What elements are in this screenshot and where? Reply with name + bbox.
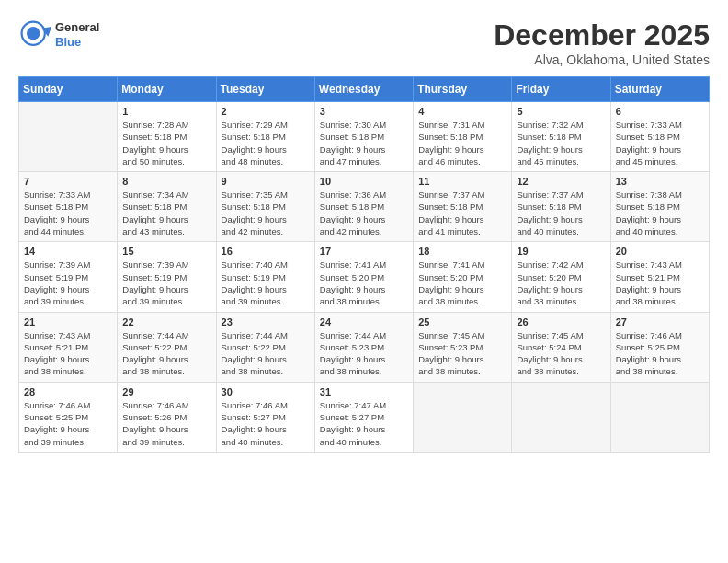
day-info: Sunrise: 7:37 AM Sunset: 5:18 PM Dayligh…	[517, 189, 605, 237]
calendar-cell: 1Sunrise: 7:28 AM Sunset: 5:18 PM Daylig…	[118, 102, 216, 172]
calendar-week-row: 28Sunrise: 7:46 AM Sunset: 5:25 PM Dayli…	[19, 382, 710, 452]
title-block: December 2025 Alva, Oklahoma, United Sta…	[494, 18, 710, 67]
calendar-cell: 16Sunrise: 7:40 AM Sunset: 5:19 PM Dayli…	[216, 242, 314, 312]
calendar-cell: 14Sunrise: 7:39 AM Sunset: 5:19 PM Dayli…	[19, 242, 118, 312]
weekday-header: Saturday	[610, 77, 709, 102]
day-number: 12	[517, 176, 605, 187]
calendar-cell: 9Sunrise: 7:35 AM Sunset: 5:18 PM Daylig…	[216, 172, 314, 242]
day-info: Sunrise: 7:44 AM Sunset: 5:23 PM Dayligh…	[320, 329, 408, 378]
calendar-cell: 13Sunrise: 7:38 AM Sunset: 5:18 PM Dayli…	[610, 172, 709, 242]
day-info: Sunrise: 7:43 AM Sunset: 5:21 PM Dayligh…	[24, 329, 112, 378]
calendar-cell: 22Sunrise: 7:44 AM Sunset: 5:22 PM Dayli…	[118, 312, 216, 382]
calendar-cell	[610, 382, 709, 452]
calendar-cell: 23Sunrise: 7:44 AM Sunset: 5:22 PM Dayli…	[216, 312, 314, 382]
calendar-cell: 7Sunrise: 7:33 AM Sunset: 5:18 PM Daylig…	[19, 172, 118, 242]
day-number: 23	[222, 316, 310, 327]
day-info: Sunrise: 7:41 AM Sunset: 5:20 PM Dayligh…	[320, 259, 408, 307]
day-number: 20	[616, 246, 704, 257]
day-info: Sunrise: 7:39 AM Sunset: 5:19 PM Dayligh…	[24, 259, 112, 307]
calendar-table: SundayMondayTuesdayWednesdayThursdayFrid…	[18, 76, 710, 453]
weekday-header: Thursday	[414, 77, 512, 102]
day-number: 7	[24, 176, 112, 187]
day-number: 30	[222, 386, 310, 397]
day-info: Sunrise: 7:45 AM Sunset: 5:23 PM Dayligh…	[418, 329, 506, 378]
logo-blue: Blue	[55, 35, 99, 50]
calendar-cell: 17Sunrise: 7:41 AM Sunset: 5:20 PM Dayli…	[314, 242, 413, 312]
day-number: 19	[517, 246, 605, 257]
calendar-cell: 26Sunrise: 7:45 AM Sunset: 5:24 PM Dayli…	[512, 312, 610, 382]
calendar-week-row: 21Sunrise: 7:43 AM Sunset: 5:21 PM Dayli…	[19, 312, 710, 382]
svg-point-1	[27, 27, 40, 40]
day-number: 27	[616, 316, 704, 327]
svg-marker-2	[41, 27, 51, 37]
day-number: 16	[222, 246, 310, 257]
day-info: Sunrise: 7:46 AM Sunset: 5:25 PM Dayligh…	[24, 399, 112, 448]
day-number: 5	[517, 106, 605, 117]
logo-icon	[18, 18, 51, 52]
day-number: 31	[320, 386, 408, 397]
day-info: Sunrise: 7:28 AM Sunset: 5:18 PM Dayligh…	[122, 119, 210, 167]
day-info: Sunrise: 7:46 AM Sunset: 5:27 PM Dayligh…	[222, 399, 310, 448]
calendar-cell: 30Sunrise: 7:46 AM Sunset: 5:27 PM Dayli…	[216, 382, 314, 452]
day-number: 17	[320, 246, 408, 257]
calendar-week-row: 1Sunrise: 7:28 AM Sunset: 5:18 PM Daylig…	[19, 102, 710, 172]
weekday-header: Tuesday	[216, 77, 314, 102]
calendar-cell: 31Sunrise: 7:47 AM Sunset: 5:27 PM Dayli…	[314, 382, 413, 452]
calendar-cell: 4Sunrise: 7:31 AM Sunset: 5:18 PM Daylig…	[414, 102, 512, 172]
calendar-cell: 12Sunrise: 7:37 AM Sunset: 5:18 PM Dayli…	[512, 172, 610, 242]
calendar-cell: 20Sunrise: 7:43 AM Sunset: 5:21 PM Dayli…	[610, 242, 709, 312]
day-info: Sunrise: 7:39 AM Sunset: 5:19 PM Dayligh…	[122, 259, 210, 307]
day-info: Sunrise: 7:40 AM Sunset: 5:19 PM Dayligh…	[222, 259, 310, 307]
day-number: 9	[222, 176, 310, 187]
calendar-cell: 18Sunrise: 7:41 AM Sunset: 5:20 PM Dayli…	[414, 242, 512, 312]
calendar-cell: 29Sunrise: 7:46 AM Sunset: 5:26 PM Dayli…	[118, 382, 216, 452]
day-number: 8	[122, 176, 210, 187]
day-info: Sunrise: 7:36 AM Sunset: 5:18 PM Dayligh…	[320, 189, 408, 237]
calendar-cell: 10Sunrise: 7:36 AM Sunset: 5:18 PM Dayli…	[314, 172, 413, 242]
weekday-header: Friday	[512, 77, 610, 102]
day-info: Sunrise: 7:44 AM Sunset: 5:22 PM Dayligh…	[222, 329, 310, 378]
calendar-cell: 21Sunrise: 7:43 AM Sunset: 5:21 PM Dayli…	[19, 312, 118, 382]
logo: General Blue	[18, 18, 99, 52]
day-number: 28	[24, 386, 112, 397]
calendar-header-row: SundayMondayTuesdayWednesdayThursdayFrid…	[19, 77, 710, 102]
day-info: Sunrise: 7:41 AM Sunset: 5:20 PM Dayligh…	[418, 259, 506, 307]
day-info: Sunrise: 7:46 AM Sunset: 5:25 PM Dayligh…	[616, 329, 704, 378]
weekday-header: Sunday	[19, 77, 118, 102]
day-number: 11	[418, 176, 506, 187]
day-number: 21	[24, 316, 112, 327]
day-number: 10	[320, 176, 408, 187]
calendar-cell	[19, 102, 118, 172]
day-info: Sunrise: 7:33 AM Sunset: 5:18 PM Dayligh…	[616, 119, 704, 167]
day-number: 2	[222, 106, 310, 117]
day-number: 6	[616, 106, 704, 117]
day-number: 13	[616, 176, 704, 187]
day-number: 24	[320, 316, 408, 327]
calendar-cell: 8Sunrise: 7:34 AM Sunset: 5:18 PM Daylig…	[118, 172, 216, 242]
calendar-cell	[512, 382, 610, 452]
day-number: 4	[418, 106, 506, 117]
day-info: Sunrise: 7:45 AM Sunset: 5:24 PM Dayligh…	[517, 329, 605, 378]
day-number: 1	[122, 106, 210, 117]
calendar-week-row: 7Sunrise: 7:33 AM Sunset: 5:18 PM Daylig…	[19, 172, 710, 242]
weekday-header: Monday	[118, 77, 216, 102]
month-title: December 2025	[494, 18, 710, 52]
logo-text: General Blue	[55, 20, 99, 49]
day-info: Sunrise: 7:34 AM Sunset: 5:18 PM Dayligh…	[122, 189, 210, 237]
day-info: Sunrise: 7:30 AM Sunset: 5:18 PM Dayligh…	[320, 119, 408, 167]
calendar-cell: 5Sunrise: 7:32 AM Sunset: 5:18 PM Daylig…	[512, 102, 610, 172]
day-number: 29	[122, 386, 210, 397]
day-info: Sunrise: 7:47 AM Sunset: 5:27 PM Dayligh…	[320, 399, 408, 448]
calendar-cell: 28Sunrise: 7:46 AM Sunset: 5:25 PM Dayli…	[19, 382, 118, 452]
day-info: Sunrise: 7:31 AM Sunset: 5:18 PM Dayligh…	[418, 119, 506, 167]
calendar-cell: 15Sunrise: 7:39 AM Sunset: 5:19 PM Dayli…	[118, 242, 216, 312]
day-number: 14	[24, 246, 112, 257]
logo-general: General	[55, 20, 99, 35]
day-number: 18	[418, 246, 506, 257]
day-info: Sunrise: 7:32 AM Sunset: 5:18 PM Dayligh…	[517, 119, 605, 167]
calendar-cell: 24Sunrise: 7:44 AM Sunset: 5:23 PM Dayli…	[314, 312, 413, 382]
calendar-cell: 2Sunrise: 7:29 AM Sunset: 5:18 PM Daylig…	[216, 102, 314, 172]
calendar-cell: 3Sunrise: 7:30 AM Sunset: 5:18 PM Daylig…	[314, 102, 413, 172]
day-info: Sunrise: 7:33 AM Sunset: 5:18 PM Dayligh…	[24, 189, 112, 237]
day-info: Sunrise: 7:38 AM Sunset: 5:18 PM Dayligh…	[616, 189, 704, 237]
